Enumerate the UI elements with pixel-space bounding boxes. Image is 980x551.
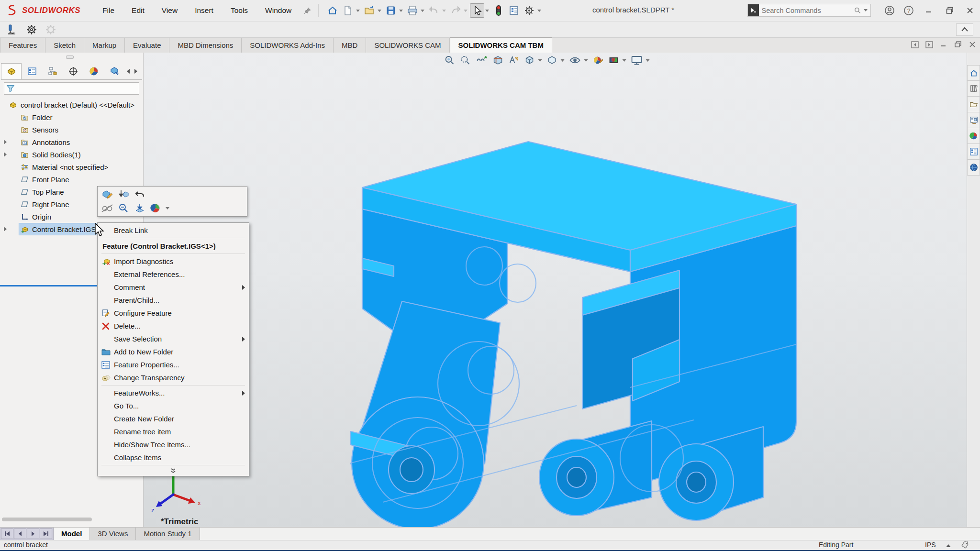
settings-gear-icon[interactable] bbox=[26, 24, 37, 35]
panel-horizontal-scrollbar[interactable] bbox=[2, 518, 92, 521]
tree-item-sensors[interactable]: Sensors bbox=[0, 123, 143, 136]
search-icon[interactable] bbox=[854, 7, 861, 14]
redo-dropdown[interactable] bbox=[464, 10, 468, 12]
doc-restore-button[interactable] bbox=[953, 40, 963, 49]
menu-item-hide-show-tree-items[interactable]: Hide/Show Tree Items... bbox=[98, 438, 249, 451]
tab-mbd-dimensions[interactable]: MBD Dimensions bbox=[169, 38, 242, 53]
menu-item-change-transparency[interactable]: Change Transparency bbox=[98, 371, 249, 384]
minimize-button[interactable] bbox=[923, 5, 935, 16]
menu-item-featureworks[interactable]: FeatureWorks... bbox=[98, 386, 249, 399]
menu-file[interactable]: File bbox=[102, 6, 114, 15]
menu-view[interactable]: View bbox=[162, 6, 178, 15]
menu-item-external-references[interactable]: External References... bbox=[98, 268, 249, 281]
collapse-toolbar-button[interactable] bbox=[956, 23, 973, 36]
menu-item-add-to-new-folder[interactable]: Add to New Folder bbox=[98, 345, 249, 358]
menu-item-create-new-folder[interactable]: Create New Folder bbox=[98, 412, 249, 425]
menu-insert[interactable]: Insert bbox=[195, 6, 213, 15]
insert-into-new-part-icon[interactable] bbox=[117, 188, 130, 201]
menu-item-delete[interactable]: Delete... bbox=[98, 320, 249, 332]
options-dropdown[interactable] bbox=[537, 10, 541, 12]
tree-item-root[interactable]: control bracket (Default) <<Default> bbox=[0, 99, 143, 111]
menu-item-collapse-items[interactable]: Collapse Items bbox=[98, 451, 249, 464]
tab-design-tree-icon[interactable] bbox=[1, 63, 22, 79]
menu-item-feature-properties[interactable]: Feature Properties... bbox=[98, 358, 249, 371]
select-button[interactable] bbox=[470, 3, 484, 18]
menu-window[interactable]: Window bbox=[265, 6, 291, 15]
tab-evaluate[interactable]: Evaluate bbox=[125, 38, 169, 53]
tag-icon[interactable] bbox=[961, 541, 969, 549]
open-dropdown[interactable] bbox=[378, 10, 381, 12]
menu-item-save-selection[interactable]: Save Selection bbox=[98, 332, 249, 345]
tab-propertymanager-icon[interactable] bbox=[22, 63, 42, 79]
new-document-button[interactable] bbox=[341, 3, 355, 18]
menu-item-break-link[interactable]: Break Link bbox=[98, 224, 249, 237]
tab-dimxpertmanager-icon[interactable] bbox=[63, 63, 83, 79]
tab-motion-study-1[interactable]: Motion Study 1 bbox=[136, 528, 200, 540]
design-library-icon[interactable] bbox=[967, 81, 980, 97]
doc-minimize-button[interactable] bbox=[939, 40, 948, 49]
tree-item-material[interactable]: Material <not specified> bbox=[0, 161, 143, 173]
menu-item-parent-child[interactable]: Parent/Child... bbox=[98, 294, 249, 307]
expand-arrow-icon[interactable] bbox=[4, 140, 7, 144]
save-dropdown[interactable] bbox=[399, 10, 403, 12]
zoom-to-selection-icon[interactable] bbox=[117, 202, 130, 214]
print-dropdown[interactable] bbox=[421, 10, 424, 12]
menu-tools[interactable]: Tools bbox=[231, 6, 248, 15]
tree-item-front-plane[interactable]: Front Plane bbox=[0, 173, 143, 186]
pane-left-icon[interactable] bbox=[910, 40, 920, 49]
file-explorer-icon[interactable] bbox=[967, 97, 980, 112]
tab-solidworks-cam[interactable]: SOLIDWORKS CAM bbox=[366, 38, 449, 53]
pane-right-icon[interactable] bbox=[924, 40, 934, 49]
pin-menu-icon[interactable] bbox=[304, 7, 312, 14]
undo-dropdown[interactable] bbox=[442, 10, 446, 12]
tab-cam-tree-icon[interactable] bbox=[104, 63, 124, 79]
control-bracket-model[interactable] bbox=[144, 53, 967, 527]
menu-more-commands[interactable] bbox=[98, 466, 249, 475]
menu-item-configure-feature[interactable]: Configure Feature bbox=[98, 307, 249, 320]
tab-solidworks-add-ins[interactable]: SOLIDWORKS Add-Ins bbox=[242, 38, 334, 53]
undo-button[interactable] bbox=[427, 3, 441, 18]
units-dropdown-icon[interactable] bbox=[946, 544, 951, 547]
appearances-scenes-icon[interactable] bbox=[967, 128, 980, 144]
menu-item-comment[interactable]: Comment bbox=[98, 281, 249, 294]
tab-scroll-right-icon[interactable] bbox=[132, 63, 140, 79]
home-button[interactable] bbox=[325, 3, 340, 18]
expand-arrow-icon[interactable] bbox=[4, 152, 7, 157]
tab-sketch[interactable]: Sketch bbox=[45, 38, 84, 53]
panel-collapse-handle[interactable] bbox=[66, 55, 74, 59]
display-settings-button[interactable] bbox=[507, 3, 521, 18]
account-icon[interactable] bbox=[883, 5, 896, 16]
options-button[interactable] bbox=[522, 3, 536, 18]
restore-button[interactable] bbox=[944, 5, 956, 16]
tree-item-folder[interactable]: Folder bbox=[0, 111, 143, 123]
open-button[interactable] bbox=[362, 3, 377, 18]
search-dropdown[interactable] bbox=[864, 9, 868, 11]
solidworks-forum-icon[interactable] bbox=[967, 160, 980, 176]
doc-close-button[interactable] bbox=[968, 40, 977, 49]
previous-tab-icon[interactable] bbox=[14, 529, 26, 539]
menu-edit[interactable]: Edit bbox=[132, 6, 145, 15]
tab-model[interactable]: Model bbox=[54, 528, 90, 540]
markup-pen-icon[interactable] bbox=[7, 24, 18, 35]
custom-properties-icon[interactable] bbox=[967, 144, 980, 160]
tab-displaymanager-icon[interactable] bbox=[83, 63, 104, 79]
appearances-icon[interactable] bbox=[149, 202, 163, 214]
tab-configurationmanager-icon[interactable] bbox=[42, 63, 63, 79]
search-commands-box[interactable] bbox=[747, 4, 871, 17]
next-tab-icon[interactable] bbox=[27, 529, 39, 539]
tab-solidworks-cam-tbm[interactable]: SOLIDWORKS CAM TBM bbox=[450, 37, 552, 53]
menu-item-import-diagnostics[interactable]: Import Diagnostics bbox=[98, 255, 249, 268]
appearances-dropdown[interactable] bbox=[166, 207, 169, 209]
close-button[interactable] bbox=[964, 5, 976, 16]
tree-item-solid-bodies[interactable]: Solid Bodies(1) bbox=[0, 148, 143, 161]
view-palette-icon[interactable] bbox=[967, 112, 980, 128]
help-icon[interactable]: ? bbox=[902, 5, 915, 16]
first-tab-icon[interactable] bbox=[1, 529, 13, 539]
rebuild-button[interactable] bbox=[491, 3, 506, 18]
menu-item-rename-tree-item[interactable]: Rename tree item bbox=[98, 425, 249, 438]
save-button[interactable] bbox=[384, 3, 398, 18]
last-tab-icon[interactable] bbox=[40, 529, 52, 539]
tab-features[interactable]: Features bbox=[0, 38, 45, 53]
undo-icon[interactable] bbox=[133, 188, 146, 201]
tab-scroll-left-icon[interactable] bbox=[124, 63, 132, 79]
